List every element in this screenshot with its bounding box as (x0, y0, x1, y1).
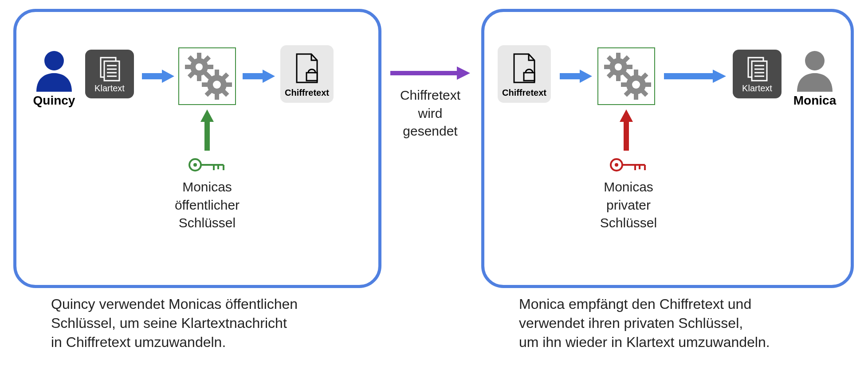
svg-marker-44 (580, 70, 592, 83)
svg-rect-47 (616, 53, 621, 59)
person-icon (32, 47, 76, 92)
document-icon (744, 55, 770, 82)
svg-rect-31 (306, 73, 317, 81)
arrow-up-icon (198, 109, 216, 153)
receiver-panel: Chiffretext (481, 9, 854, 288)
svg-rect-50 (626, 65, 632, 69)
receiver-caption: Monica empfängt den Chiffretext und verw… (519, 295, 847, 352)
svg-rect-60 (644, 82, 651, 87)
arrow-icon (558, 67, 593, 85)
plaintext-box-right: Klartext (733, 50, 782, 98)
arrow-icon (240, 67, 276, 85)
svg-rect-13 (185, 65, 191, 69)
public-key-block: Monicas öffentlicher Schlüssel (163, 156, 251, 232)
document-icon (96, 55, 123, 82)
ciphertext-label: Chiffretext (285, 88, 329, 98)
svg-point-10 (196, 63, 203, 70)
svg-marker-30 (263, 70, 275, 83)
sender-caption: Quincy verwendet Monicas öffentlichen Sc… (51, 295, 370, 352)
gears-icon (179, 48, 235, 104)
svg-rect-57 (634, 70, 638, 76)
svg-rect-2 (104, 61, 119, 81)
svg-point-73 (805, 51, 825, 70)
svg-point-20 (213, 81, 221, 89)
decryption-process (597, 47, 655, 105)
arrow-transit-icon (388, 64, 472, 82)
svg-rect-11 (197, 53, 201, 59)
svg-rect-21 (215, 70, 219, 76)
plaintext-label: Klartext (742, 83, 772, 94)
svg-rect-12 (197, 75, 201, 81)
receiver-user: Monica (788, 47, 841, 108)
svg-rect-24 (225, 82, 232, 87)
svg-rect-48 (616, 75, 621, 81)
sender-panel: Quincy Klartext (13, 9, 381, 288)
receiver-name: Monica (788, 94, 841, 108)
svg-point-0 (44, 51, 64, 70)
ciphertext-label: Chiffretext (502, 88, 546, 98)
svg-marker-75 (620, 109, 633, 122)
sender-user: Quincy (27, 47, 81, 108)
key-icon (187, 156, 227, 174)
locked-document-icon (291, 51, 322, 86)
transit-label: Chiffretext wird gesendet (390, 86, 470, 140)
svg-rect-59 (621, 82, 628, 87)
svg-point-56 (632, 81, 640, 89)
person-icon (793, 47, 837, 92)
svg-rect-68 (752, 61, 767, 81)
svg-point-35 (193, 163, 197, 167)
plaintext-box-left: Klartext (85, 50, 134, 98)
encryption-process (178, 47, 236, 105)
private-key-block: Monicas privater Schlüssel (584, 156, 673, 232)
svg-rect-42 (524, 73, 534, 81)
plaintext-label: Klartext (94, 83, 125, 94)
ciphertext-box-left: Chiffretext (280, 45, 334, 103)
svg-rect-23 (202, 82, 208, 87)
locked-document-icon (509, 51, 540, 86)
svg-marker-41 (457, 66, 470, 80)
key-icon (609, 156, 648, 174)
arrow-icon (140, 67, 175, 85)
svg-marker-33 (200, 109, 214, 122)
svg-marker-8 (162, 70, 174, 83)
svg-rect-49 (604, 65, 610, 69)
arrow-icon (662, 67, 728, 85)
gears-icon (598, 48, 654, 104)
svg-rect-14 (207, 65, 213, 69)
sender-name: Quincy (27, 94, 81, 108)
svg-rect-22 (215, 93, 219, 100)
ciphertext-box-right: Chiffretext (498, 45, 551, 103)
private-key-label: Monicas privater Schlüssel (584, 178, 673, 232)
svg-point-46 (615, 63, 622, 70)
public-key-label: Monicas öffentlicher Schlüssel (163, 178, 251, 232)
svg-rect-58 (634, 93, 638, 100)
arrow-up-icon (617, 109, 635, 153)
svg-marker-66 (713, 70, 726, 83)
svg-point-77 (615, 163, 618, 167)
